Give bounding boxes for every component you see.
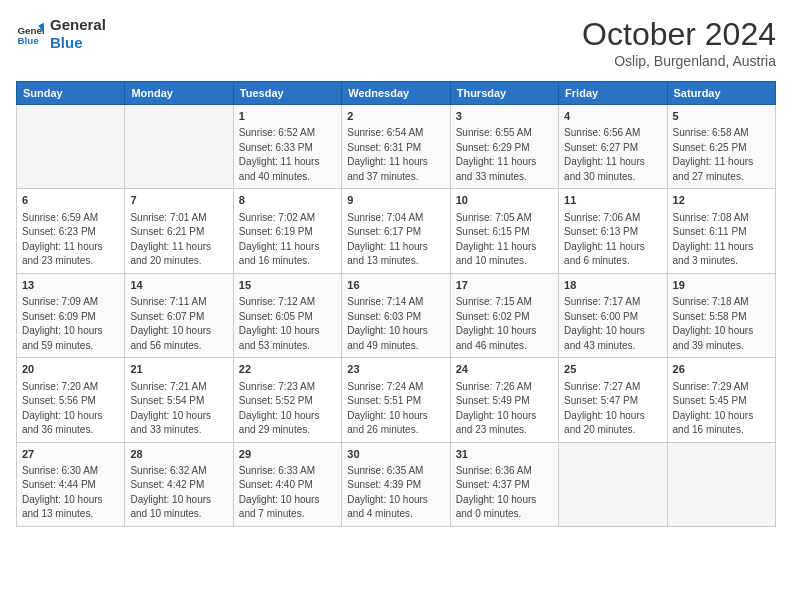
- day-info: Sunrise: 7:09 AM Sunset: 6:09 PM Dayligh…: [22, 295, 119, 353]
- day-info: Sunrise: 7:05 AM Sunset: 6:15 PM Dayligh…: [456, 211, 553, 269]
- day-info: Sunrise: 7:04 AM Sunset: 6:17 PM Dayligh…: [347, 211, 444, 269]
- day-number: 3: [456, 109, 553, 124]
- day-info: Sunrise: 7:12 AM Sunset: 6:05 PM Dayligh…: [239, 295, 336, 353]
- day-number: 29: [239, 447, 336, 462]
- day-info: Sunrise: 6:33 AM Sunset: 4:40 PM Dayligh…: [239, 464, 336, 522]
- calendar-cell: 1Sunrise: 6:52 AM Sunset: 6:33 PM Daylig…: [233, 105, 341, 189]
- day-number: 19: [673, 278, 770, 293]
- day-info: Sunrise: 7:02 AM Sunset: 6:19 PM Dayligh…: [239, 211, 336, 269]
- day-info: Sunrise: 7:14 AM Sunset: 6:03 PM Dayligh…: [347, 295, 444, 353]
- calendar-table: SundayMondayTuesdayWednesdayThursdayFrid…: [16, 81, 776, 527]
- day-info: Sunrise: 6:52 AM Sunset: 6:33 PM Dayligh…: [239, 126, 336, 184]
- calendar-cell: [17, 105, 125, 189]
- calendar-week-row: 27Sunrise: 6:30 AM Sunset: 4:44 PM Dayli…: [17, 442, 776, 526]
- day-number: 31: [456, 447, 553, 462]
- weekday-header: Wednesday: [342, 82, 450, 105]
- day-number: 20: [22, 362, 119, 377]
- page-header: General Blue General Blue October 2024 O…: [16, 16, 776, 69]
- calendar-cell: 25Sunrise: 7:27 AM Sunset: 5:47 PM Dayli…: [559, 358, 667, 442]
- day-number: 9: [347, 193, 444, 208]
- calendar-cell: 17Sunrise: 7:15 AM Sunset: 6:02 PM Dayli…: [450, 273, 558, 357]
- calendar-cell: 14Sunrise: 7:11 AM Sunset: 6:07 PM Dayli…: [125, 273, 233, 357]
- day-info: Sunrise: 6:54 AM Sunset: 6:31 PM Dayligh…: [347, 126, 444, 184]
- calendar-cell: 28Sunrise: 6:32 AM Sunset: 4:42 PM Dayli…: [125, 442, 233, 526]
- calendar-cell: 6Sunrise: 6:59 AM Sunset: 6:23 PM Daylig…: [17, 189, 125, 273]
- calendar-cell: 3Sunrise: 6:55 AM Sunset: 6:29 PM Daylig…: [450, 105, 558, 189]
- day-info: Sunrise: 7:06 AM Sunset: 6:13 PM Dayligh…: [564, 211, 661, 269]
- calendar-cell: 29Sunrise: 6:33 AM Sunset: 4:40 PM Dayli…: [233, 442, 341, 526]
- day-info: Sunrise: 6:56 AM Sunset: 6:27 PM Dayligh…: [564, 126, 661, 184]
- calendar-cell: [667, 442, 775, 526]
- calendar-cell: 12Sunrise: 7:08 AM Sunset: 6:11 PM Dayli…: [667, 189, 775, 273]
- day-number: 28: [130, 447, 227, 462]
- calendar-cell: 11Sunrise: 7:06 AM Sunset: 6:13 PM Dayli…: [559, 189, 667, 273]
- day-info: Sunrise: 7:17 AM Sunset: 6:00 PM Dayligh…: [564, 295, 661, 353]
- day-number: 18: [564, 278, 661, 293]
- calendar-cell: [125, 105, 233, 189]
- day-info: Sunrise: 6:30 AM Sunset: 4:44 PM Dayligh…: [22, 464, 119, 522]
- weekday-header: Tuesday: [233, 82, 341, 105]
- day-number: 30: [347, 447, 444, 462]
- title-block: October 2024 Oslip, Burgenland, Austria: [582, 16, 776, 69]
- day-number: 6: [22, 193, 119, 208]
- calendar-cell: 13Sunrise: 7:09 AM Sunset: 6:09 PM Dayli…: [17, 273, 125, 357]
- day-info: Sunrise: 7:29 AM Sunset: 5:45 PM Dayligh…: [673, 380, 770, 438]
- day-number: 24: [456, 362, 553, 377]
- day-info: Sunrise: 6:35 AM Sunset: 4:39 PM Dayligh…: [347, 464, 444, 522]
- calendar-week-row: 20Sunrise: 7:20 AM Sunset: 5:56 PM Dayli…: [17, 358, 776, 442]
- weekday-header: Saturday: [667, 82, 775, 105]
- calendar-cell: 16Sunrise: 7:14 AM Sunset: 6:03 PM Dayli…: [342, 273, 450, 357]
- weekday-header: Friday: [559, 82, 667, 105]
- day-info: Sunrise: 7:11 AM Sunset: 6:07 PM Dayligh…: [130, 295, 227, 353]
- day-info: Sunrise: 6:55 AM Sunset: 6:29 PM Dayligh…: [456, 126, 553, 184]
- day-info: Sunrise: 7:01 AM Sunset: 6:21 PM Dayligh…: [130, 211, 227, 269]
- day-number: 7: [130, 193, 227, 208]
- calendar-cell: 23Sunrise: 7:24 AM Sunset: 5:51 PM Dayli…: [342, 358, 450, 442]
- day-number: 25: [564, 362, 661, 377]
- day-number: 23: [347, 362, 444, 377]
- day-number: 8: [239, 193, 336, 208]
- month-title: October 2024: [582, 16, 776, 53]
- calendar-cell: 24Sunrise: 7:26 AM Sunset: 5:49 PM Dayli…: [450, 358, 558, 442]
- calendar-cell: 21Sunrise: 7:21 AM Sunset: 5:54 PM Dayli…: [125, 358, 233, 442]
- day-info: Sunrise: 6:59 AM Sunset: 6:23 PM Dayligh…: [22, 211, 119, 269]
- day-number: 21: [130, 362, 227, 377]
- day-info: Sunrise: 6:58 AM Sunset: 6:25 PM Dayligh…: [673, 126, 770, 184]
- day-number: 1: [239, 109, 336, 124]
- day-info: Sunrise: 6:32 AM Sunset: 4:42 PM Dayligh…: [130, 464, 227, 522]
- calendar-cell: 7Sunrise: 7:01 AM Sunset: 6:21 PM Daylig…: [125, 189, 233, 273]
- day-number: 17: [456, 278, 553, 293]
- calendar-week-row: 13Sunrise: 7:09 AM Sunset: 6:09 PM Dayli…: [17, 273, 776, 357]
- day-number: 26: [673, 362, 770, 377]
- calendar-cell: 30Sunrise: 6:35 AM Sunset: 4:39 PM Dayli…: [342, 442, 450, 526]
- day-number: 11: [564, 193, 661, 208]
- day-info: Sunrise: 7:26 AM Sunset: 5:49 PM Dayligh…: [456, 380, 553, 438]
- calendar-cell: 10Sunrise: 7:05 AM Sunset: 6:15 PM Dayli…: [450, 189, 558, 273]
- day-info: Sunrise: 7:24 AM Sunset: 5:51 PM Dayligh…: [347, 380, 444, 438]
- weekday-header: Sunday: [17, 82, 125, 105]
- logo: General Blue General Blue: [16, 16, 106, 52]
- day-number: 22: [239, 362, 336, 377]
- weekday-header: Thursday: [450, 82, 558, 105]
- day-number: 14: [130, 278, 227, 293]
- day-number: 4: [564, 109, 661, 124]
- day-number: 10: [456, 193, 553, 208]
- calendar-cell: 2Sunrise: 6:54 AM Sunset: 6:31 PM Daylig…: [342, 105, 450, 189]
- day-info: Sunrise: 6:36 AM Sunset: 4:37 PM Dayligh…: [456, 464, 553, 522]
- day-number: 5: [673, 109, 770, 124]
- day-info: Sunrise: 7:27 AM Sunset: 5:47 PM Dayligh…: [564, 380, 661, 438]
- calendar-cell: [559, 442, 667, 526]
- calendar-week-row: 1Sunrise: 6:52 AM Sunset: 6:33 PM Daylig…: [17, 105, 776, 189]
- svg-text:Blue: Blue: [17, 35, 39, 46]
- calendar-cell: 18Sunrise: 7:17 AM Sunset: 6:00 PM Dayli…: [559, 273, 667, 357]
- calendar-cell: 15Sunrise: 7:12 AM Sunset: 6:05 PM Dayli…: [233, 273, 341, 357]
- day-info: Sunrise: 7:18 AM Sunset: 5:58 PM Dayligh…: [673, 295, 770, 353]
- location: Oslip, Burgenland, Austria: [582, 53, 776, 69]
- logo-blue: Blue: [50, 34, 106, 52]
- day-number: 13: [22, 278, 119, 293]
- weekday-header-row: SundayMondayTuesdayWednesdayThursdayFrid…: [17, 82, 776, 105]
- day-info: Sunrise: 7:21 AM Sunset: 5:54 PM Dayligh…: [130, 380, 227, 438]
- day-info: Sunrise: 7:23 AM Sunset: 5:52 PM Dayligh…: [239, 380, 336, 438]
- day-number: 16: [347, 278, 444, 293]
- calendar-week-row: 6Sunrise: 6:59 AM Sunset: 6:23 PM Daylig…: [17, 189, 776, 273]
